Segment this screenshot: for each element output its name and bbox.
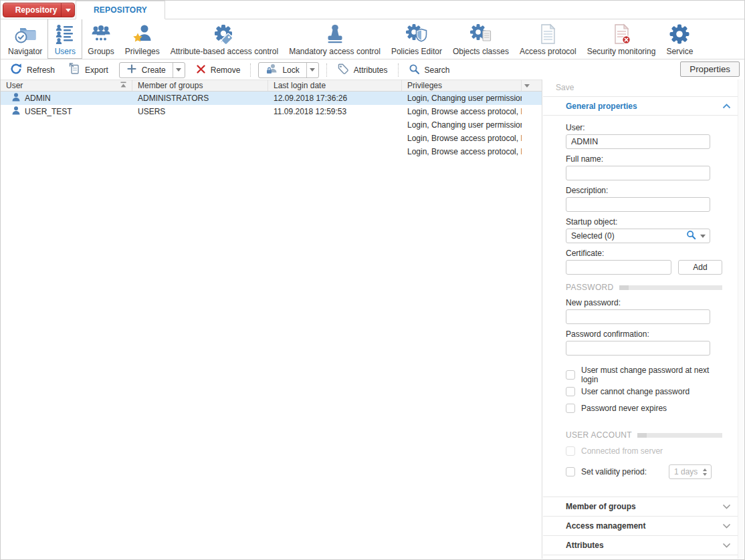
- ribbon-item-policies-editor[interactable]: Policies Editor: [386, 19, 447, 59]
- set-validity-period-row: Set validity period: 1 days: [566, 464, 722, 479]
- checkbox-must-change-password[interactable]: User must change password at next login: [566, 370, 722, 380]
- group-title: USER ACCOUNT: [566, 430, 632, 440]
- section-header-attributes[interactable]: Attributes: [543, 536, 738, 555]
- ribbon-item-security-monitoring[interactable]: Security monitoring: [582, 19, 661, 59]
- startup-object-value: Selected (0): [571, 231, 686, 241]
- table-row[interactable]: Login, Browse access protocol, Logi...: [1, 145, 542, 158]
- spin-down-button[interactable]: [703, 473, 707, 476]
- ribbon-item-privileges[interactable]: Privileges: [120, 19, 165, 59]
- tab-bar: Repository REPOSITORY: [1, 1, 744, 19]
- repository-menu-button[interactable]: Repository: [3, 3, 75, 17]
- remove-button[interactable]: Remove: [189, 62, 247, 78]
- user-name: ADMIN: [25, 94, 51, 103]
- toolbar-separator: [250, 63, 251, 77]
- export-button[interactable]: Export: [62, 62, 115, 78]
- refresh-button[interactable]: Refresh: [3, 62, 62, 78]
- ribbon-item-objects-classes[interactable]: Objects classes: [447, 19, 514, 59]
- checkbox-label: Set validity period:: [581, 467, 647, 476]
- certificate-input[interactable]: [566, 260, 671, 275]
- spin-up-button[interactable]: [703, 468, 707, 471]
- create-button[interactable]: Create: [120, 63, 173, 78]
- attributes-button[interactable]: Attributes: [330, 62, 395, 78]
- users-list-icon: [54, 21, 76, 46]
- section-header-general-properties[interactable]: General properties: [543, 97, 738, 115]
- user-input[interactable]: [566, 134, 710, 149]
- toolbar-separator: [398, 63, 399, 77]
- users-table: User Member of groups Last login date Pr…: [1, 80, 542, 559]
- column-header-user[interactable]: User: [1, 80, 132, 91]
- ribbon-item-label: Service: [666, 47, 693, 56]
- create-dropdown-button[interactable]: [173, 63, 185, 78]
- column-header-label: User: [6, 81, 23, 90]
- plus-icon: [126, 63, 137, 76]
- general-properties-form: User: Full name: Description: Startup ob…: [543, 116, 738, 479]
- lock-button[interactable]: Lock: [259, 63, 306, 78]
- section-header-access-management[interactable]: Access management: [543, 517, 738, 535]
- save-button[interactable]: Save: [543, 80, 738, 96]
- user-lock-icon: [265, 63, 278, 77]
- password-confirmation-input[interactable]: [566, 341, 710, 356]
- checkbox-unchecked[interactable]: [566, 370, 575, 380]
- table-row[interactable]: Login, Browse access protocol, Logi...: [1, 132, 542, 145]
- add-certificate-button[interactable]: Add: [678, 260, 722, 275]
- checkbox-cannot-change-password[interactable]: User cannot change password: [566, 386, 722, 396]
- panel-scrollbar[interactable]: [738, 80, 744, 559]
- tab-repository[interactable]: REPOSITORY: [76, 1, 165, 19]
- ribbon-item-label: Mandatory access control: [289, 47, 381, 56]
- section-header-user-objects[interactable]: User objects: [543, 555, 738, 559]
- column-header-last-login-date[interactable]: Last login date: [268, 80, 402, 91]
- new-password-field-label: New password:: [566, 298, 722, 307]
- export-label: Export: [85, 65, 108, 75]
- user-icon: [12, 106, 20, 117]
- chevron-up-icon: [722, 102, 731, 111]
- action-toolbar: Refresh Export Create: [1, 60, 744, 80]
- section-title: Access management: [566, 521, 645, 531]
- remove-label: Remove: [211, 65, 241, 75]
- ribbon-item-groups[interactable]: Groups: [82, 19, 119, 59]
- ribbon-item-service[interactable]: Service: [661, 19, 698, 59]
- description-input[interactable]: [566, 197, 710, 212]
- search-button[interactable]: Search: [402, 62, 457, 78]
- checkbox-password-never-expires[interactable]: Password never expires: [566, 403, 722, 413]
- chevron-down-icon[interactable]: [700, 235, 706, 238]
- ribbon-item-label: Users: [55, 47, 76, 56]
- properties-toggle-button[interactable]: Properties: [680, 61, 740, 77]
- checkbox-label: User must change password at next login: [581, 366, 722, 384]
- validity-period-spinner[interactable]: 1 days: [669, 464, 712, 479]
- ribbon-item-label: Access protocol: [520, 47, 576, 56]
- ribbon: Navigator Users: [1, 19, 744, 59]
- column-header-member-of-groups[interactable]: Member of groups: [132, 80, 268, 91]
- startup-object-combo[interactable]: Selected (0): [566, 229, 710, 243]
- checkbox-unchecked[interactable]: [566, 387, 575, 396]
- table-row[interactable]: ADMIN ADMINISTRATORS 12.09.2018 17:36:26…: [1, 92, 542, 105]
- attributes-label: Attributes: [354, 65, 388, 75]
- table-row[interactable]: USER_TEST USERS 11.09.2018 12:59:53 Logi…: [1, 105, 542, 118]
- lock-split-button: Lock: [258, 62, 318, 78]
- chevron-down-icon: [722, 541, 731, 550]
- new-password-input[interactable]: [566, 309, 710, 324]
- table-row[interactable]: Login, Changing user permissions, d...: [1, 118, 542, 132]
- repository-menu-caret[interactable]: [61, 3, 74, 17]
- group-header-rail: [637, 433, 722, 438]
- password-confirmation-field-label: Password confirmation:: [566, 329, 722, 339]
- full-name-input[interactable]: [566, 166, 710, 180]
- ribbon-item-attribute-based-access-control[interactable]: Attribute-based access control: [165, 19, 284, 59]
- privileges-cell: Login, Changing user permissions, d...: [402, 94, 522, 103]
- search-icon[interactable]: [686, 230, 696, 242]
- column-header-privileges[interactable]: Privileges: [402, 80, 522, 91]
- checkbox-unchecked[interactable]: [566, 467, 575, 476]
- privileges-cell: Login, Browse access protocol, Logi...: [402, 134, 522, 143]
- ribbon-item-navigator[interactable]: Navigator: [3, 19, 47, 59]
- ribbon-item-access-protocol[interactable]: Access protocol: [514, 19, 582, 59]
- privileges-cell: Login, Browse access protocol, Logi...: [402, 147, 522, 156]
- group-header-rail: [619, 285, 722, 290]
- export-icon: [68, 63, 80, 77]
- checkbox-unchecked[interactable]: [566, 404, 575, 413]
- lock-label: Lock: [282, 65, 299, 75]
- column-chooser-button[interactable]: [522, 80, 532, 91]
- ribbon-item-mandatory-access-control[interactable]: Mandatory access control: [284, 19, 386, 59]
- ribbon-item-users[interactable]: Users: [47, 19, 82, 59]
- user-account-group-header: USER ACCOUNT: [566, 430, 722, 440]
- section-header-member-of-groups[interactable]: Member of groups: [543, 497, 738, 516]
- lock-dropdown-button[interactable]: [306, 63, 318, 78]
